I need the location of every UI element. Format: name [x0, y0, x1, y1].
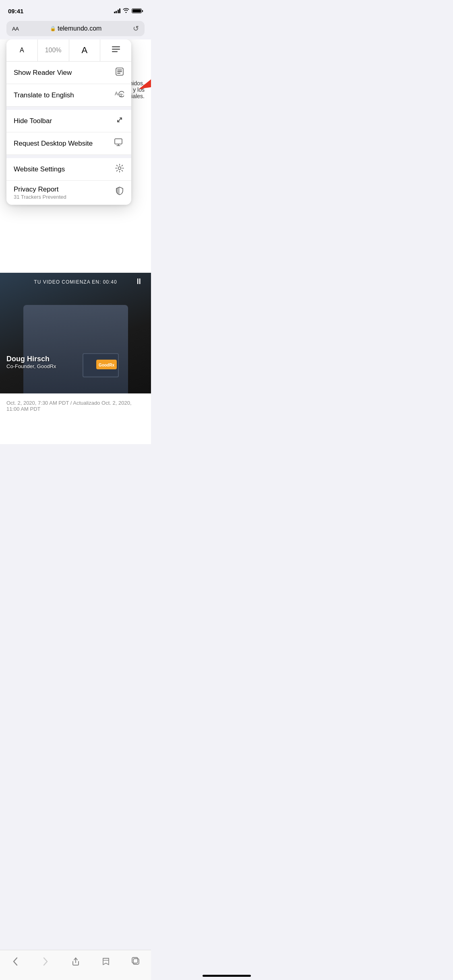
privacy-report-label: Privacy Report — [14, 185, 66, 194]
svg-text:A: A — [115, 91, 118, 97]
wifi-icon — [123, 8, 129, 14]
svg-line-10 — [118, 118, 122, 122]
privacy-report-sublabel: 31 Trackers Prevented — [14, 194, 66, 200]
font-large-label: A — [82, 45, 88, 56]
request-desktop-label: Request Desktop Website — [14, 140, 93, 148]
font-decrease-button[interactable]: A — [6, 39, 38, 61]
font-percent-display: 100% — [38, 39, 69, 61]
person-name: Doug Hirsch — [6, 355, 56, 363]
font-percent-label: 100% — [45, 47, 62, 54]
font-increase-button[interactable]: A — [69, 39, 101, 61]
url-bar[interactable]: AA 🔒 telemundo.com ↺ — [6, 21, 145, 36]
video-caption: Doug Hirsch Co-Founder, GoodRx — [6, 355, 56, 369]
hide-toolbar-item[interactable]: Hide Toolbar — [6, 110, 131, 132]
text-format-icon — [112, 46, 120, 55]
svg-rect-1 — [112, 49, 120, 50]
show-reader-view-item[interactable]: Show Reader View — [6, 62, 131, 84]
goodrx-logo: GoodRx — [99, 363, 114, 367]
hide-toolbar-label: Hide Toolbar — [14, 117, 52, 125]
menu-group-divider-1 — [6, 107, 131, 110]
svg-rect-4 — [117, 70, 122, 70]
hide-toolbar-icon — [115, 115, 124, 126]
article-date-area: Oct. 2, 2020, 7:30 AM PDT / Actualizado … — [0, 393, 151, 444]
website-settings-item[interactable]: Website Settings — [6, 158, 131, 181]
video-timer-text: TU VIDEO COMIENZA EN: 00:40 — [34, 279, 117, 285]
desktop-icon — [114, 138, 124, 149]
reload-button[interactable]: ↺ — [133, 24, 139, 33]
font-extra-button[interactable] — [100, 39, 131, 61]
svg-rect-11 — [115, 139, 122, 144]
font-size-row: A 100% A — [6, 39, 131, 62]
reader-view-icon — [115, 67, 124, 78]
web-content: sitivo a nan os Unidos, rus y los redes … — [0, 39, 151, 273]
article-date: Oct. 2, 2020, 7:30 AM PDT / Actualizado … — [6, 400, 145, 412]
svg-rect-6 — [117, 73, 120, 74]
video-thumbnail: GoodRx — [0, 273, 151, 393]
signal-icon — [114, 8, 121, 13]
status-icons — [114, 8, 143, 14]
menu-group-divider-2 — [6, 155, 131, 158]
font-small-label: A — [20, 47, 24, 54]
status-time: 09:41 — [8, 8, 23, 14]
website-settings-label: Website Settings — [14, 165, 65, 173]
privacy-report-item[interactable]: Privacy Report 31 Trackers Prevented — [6, 181, 131, 205]
svg-point-14 — [118, 167, 121, 170]
video-section: GoodRx TU VIDEO COMIENZA EN: 00:40 ⏸ Dou… — [0, 273, 151, 393]
translate-label: Translate to English — [14, 91, 74, 99]
svg-rect-0 — [112, 46, 120, 47]
shield-icon — [115, 186, 124, 197]
dropdown-menu: A 100% A Show Reader Vi — [6, 39, 131, 205]
font-size-aa-button[interactable]: AA — [12, 26, 19, 32]
show-reader-view-label: Show Reader View — [14, 69, 72, 77]
svg-rect-2 — [112, 51, 118, 52]
battery-icon — [132, 8, 143, 13]
gear-icon — [115, 164, 124, 175]
person-title: Co-Founder, GoodRx — [6, 363, 56, 369]
privacy-report-text: Privacy Report 31 Trackers Prevented — [14, 185, 66, 200]
status-bar: 09:41 — [0, 0, 151, 18]
translate-icon: A 文 — [114, 90, 124, 101]
url-bar-container: AA 🔒 telemundo.com ↺ — [0, 18, 151, 39]
lock-icon: 🔒 — [50, 26, 56, 31]
url-domain[interactable]: 🔒 telemundo.com — [22, 25, 130, 32]
request-desktop-item[interactable]: Request Desktop Website — [6, 132, 131, 155]
svg-rect-5 — [117, 71, 122, 72]
translate-item[interactable]: Translate to English A 文 — [6, 84, 131, 107]
video-pause-button[interactable]: ⏸ — [135, 277, 143, 286]
